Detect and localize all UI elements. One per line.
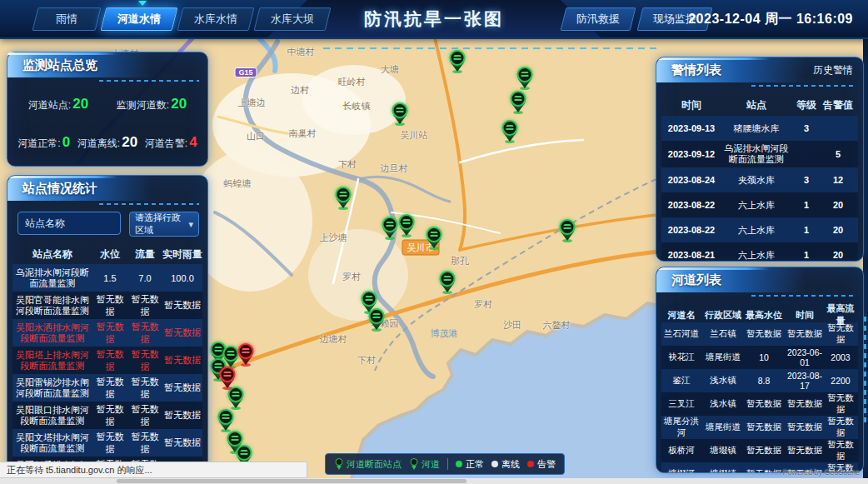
map-marker-green[interactable] [501,120,519,143]
column-header: 最高水位 [745,309,783,322]
map-marker-red[interactable] [237,343,255,367]
alert-row[interactable]: 2023-08-24夹颈水库312 [661,167,858,192]
cell-value: 暂无数据 [92,293,127,318]
cell-value: 暂无数据 [826,392,855,416]
page-horizontal-scrollbar[interactable] [0,478,868,484]
cell-value: 5 [821,149,855,159]
station-row[interactable]: 吴阳塔上排水闸河段断面流量监测暂无数据暂无数据暂无数据 [12,347,202,374]
river-row[interactable]: 鉴江浅水镇8.82023-08-172200 [661,369,858,392]
cell-value: 2003 [826,352,855,362]
stat-label: 河道正常: [17,137,60,149]
alert-row[interactable]: 2023-08-21六上水库120 [661,242,858,262]
stat-item: 河道正常:0 [17,134,70,151]
map-marker-green[interactable] [425,227,443,250]
tab-label: 雨情 [36,8,97,30]
legend-item[interactable]: 离线 [491,458,520,471]
map-place-label: 下村 [338,158,357,171]
water-gauge-glyph-icon [515,96,522,102]
map-marker-green[interactable] [558,219,576,242]
map-marker-green[interactable] [448,50,466,73]
alert-row[interactable]: 2023-08-22六上水库120 [661,192,858,217]
marker-head-icon [218,409,234,425]
cell-value: 塘㙍镇 [701,468,745,473]
alert-station: 猪腰塘水库 [721,121,791,137]
cell-value: 暂无数据 [162,354,202,367]
cell-value: 2023-08-21 [661,250,721,260]
tab-1[interactable]: 雨情 [32,7,102,31]
cell-value: 暂无数据 [826,439,855,462]
river-row[interactable]: 兰石河道兰石镇暂无数据暂无数据暂无数据 [661,322,858,346]
alert-row[interactable]: 2023-09-12乌泥排水闸河段断面流量监测5 [661,141,858,167]
stat-label: 河道站点: [28,99,71,111]
map-marker-green[interactable] [381,217,399,240]
cell-value: 塘尾街道 [701,422,745,433]
column-header: 实时雨量 [162,247,202,262]
cell-value: 塘尾街道 [701,352,745,363]
station-row[interactable]: 吴阳眼口排水闸河段断面流量监测暂无数据暂无数据暂无数据 [12,402,202,429]
cell-value: 浅水镇 [701,398,745,410]
water-gauge-glyph-icon [340,192,347,197]
map-place-label: 博茂港 [431,327,458,340]
map-place-label: 下村 [357,354,376,367]
map-place-label: 蚂蝗塘 [224,177,252,190]
column-header: 等级 [791,98,821,112]
map-marker-green[interactable] [516,67,534,90]
stat-label: 监测河道数: [117,99,169,111]
station-name-input[interactable] [17,212,121,235]
nav-button-1[interactable]: 防汛救援 [561,7,636,31]
map-marker-green[interactable] [397,214,416,237]
cell-value: 板桥河 [661,445,701,457]
scrollbar-thumb[interactable] [117,479,466,483]
cell-value: 鉴江 [661,375,701,387]
cell-value: 2023-09-13 [661,123,721,133]
history-alerts-link[interactable]: 历史警情 [813,57,853,82]
cell-value: 袂花江 [661,352,701,363]
map-marker-green[interactable] [391,102,409,126]
legend-item[interactable]: 河道断面站点 [334,458,402,471]
alert-table: 时间站点等级告警值 2023-09-13猪腰塘水库32023-09-12乌泥排水… [656,94,863,262]
map-marker-green[interactable] [227,387,245,410]
cell-value: 塘㙍镇 [701,445,745,457]
station-row[interactable]: 吴阳雷锡沙排水闸河段断面流量监测暂无数据暂无数据暂无数据 [12,374,202,402]
legend-label: 河道断面站点 [347,458,402,471]
panel-header: 监测站点总览 [7,52,207,77]
stat-label: 河道离线: [77,137,120,149]
map-marker-red[interactable] [218,367,237,390]
tab-3[interactable]: 水库水情 [177,7,255,31]
marker-head-icon [369,308,385,324]
alert-row[interactable]: 2023-09-13猪腰塘水库3 [661,116,858,141]
river-row[interactable]: 板桥河塘㙍镇暂无数据暂无数据暂无数据 [661,439,858,462]
tab-2-active[interactable]: 河道水情 [101,7,178,31]
marker-head-icon [427,227,442,242]
map-marker-green[interactable] [217,409,235,432]
scrollbar-thumb-dashes[interactable] [864,317,866,425]
highway-shield-badge: G15 [234,67,257,77]
region-select[interactable]: 请选择行政区域 ▾ [129,212,199,237]
map-marker-green[interactable] [438,271,456,294]
water-gauge-glyph-icon [242,348,250,354]
map-marker-green[interactable] [367,308,386,332]
map-place-label: 南巢村 [289,127,317,140]
station-name: 吴阳水洒排水闸河段断面流量监测 [12,320,92,347]
column-header: 流量 [127,247,162,262]
legend-item[interactable]: 正常 [456,458,484,471]
station-row[interactable]: 吴阳官哥能排水闸河段断面流量监测暂无数据暂无数据暂无数据 [12,292,202,319]
station-row[interactable]: 吴阳水洒排水闸河段断面流量监测暂无数据暂无数据暂无数据 [12,319,202,347]
station-filters: 请选择行政区域 ▾ [7,201,207,244]
cell-value: 暂无数据 [162,437,202,449]
tab-4[interactable]: 水库大坝 [254,7,332,31]
map-marker-green[interactable] [334,187,352,210]
legend-item[interactable]: 告警 [527,458,556,471]
map-place-label: 山口 [247,130,265,142]
station-row[interactable]: 乌泥排水闸河段断面流量监测1.57.0100.0 [12,264,202,292]
river-row[interactable]: 袂花江塘尾街道102023-06-012003 [661,346,858,369]
legend-item[interactable]: 河道 [409,458,440,471]
map-place-label: 罗村 [474,298,492,311]
river-row[interactable]: 三叉江浅水镇暂无数据暂无数据暂无数据 [661,392,858,416]
alert-row[interactable]: 2023-08-22六上水库120 [661,217,858,242]
station-row[interactable]: 吴阳文塔排水闸河段断面流量监测暂无数据暂无数据暂无数据 [12,429,202,457]
water-gauge-glyph-icon [373,313,381,319]
map-marker-green[interactable] [509,91,527,114]
station-name: 吴阳塔上排水闸河段断面流量监测 [12,347,92,374]
river-row[interactable]: 塘尾分洪河塘尾街道暂无数据暂无数据暂无数据 [661,416,858,439]
